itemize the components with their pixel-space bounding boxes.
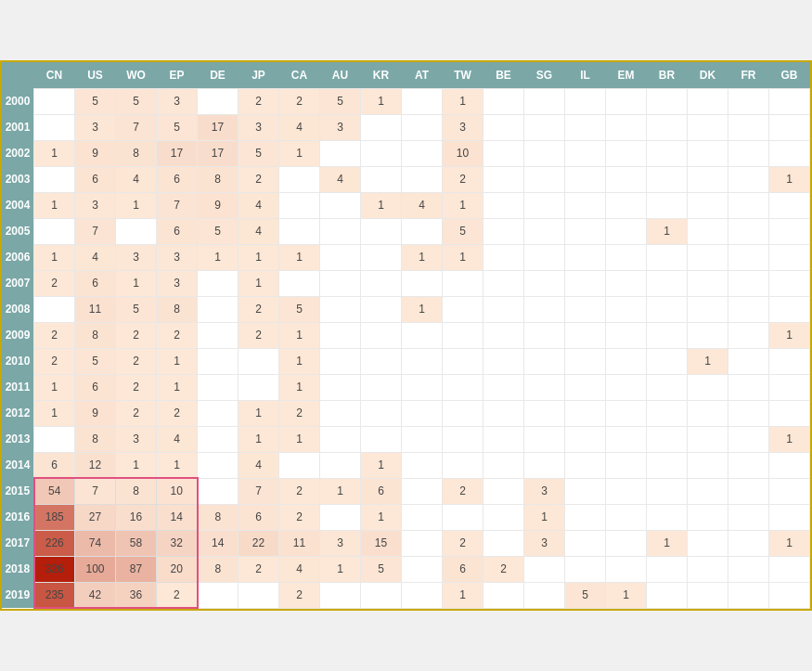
col-header-br: BR: [647, 62, 688, 88]
data-cell: [483, 504, 524, 530]
data-cell: 17: [198, 114, 238, 140]
col-header-cn: CN: [34, 62, 75, 88]
data-cell: [279, 218, 320, 244]
table-row: 201116211: [2, 374, 810, 400]
data-cell: [688, 296, 728, 322]
data-cell: [565, 88, 606, 114]
data-cell: [606, 374, 647, 400]
data-cell: [769, 504, 810, 530]
data-cell: [565, 374, 606, 400]
data-cell: [606, 348, 647, 374]
data-cell: 1: [279, 322, 320, 348]
data-cell: [524, 192, 565, 218]
data-cell: 1: [647, 530, 688, 556]
data-cell: [565, 270, 606, 296]
data-cell: 8: [198, 166, 238, 192]
data-cell: [198, 322, 238, 348]
data-cell: [320, 270, 361, 296]
data-cell: [728, 530, 769, 556]
data-cell: [769, 478, 810, 504]
data-cell: 4: [157, 426, 198, 452]
data-cell: [769, 114, 810, 140]
data-cell: [402, 556, 443, 582]
data-cell: 6: [75, 270, 116, 296]
data-cell: 1: [198, 244, 238, 270]
data-cell: [361, 348, 402, 374]
data-cell: 2: [238, 88, 279, 114]
data-cell: [565, 400, 606, 426]
data-cell: [402, 166, 443, 192]
data-cell: [565, 426, 606, 452]
data-cell: 3: [157, 244, 198, 270]
data-cell: [647, 426, 688, 452]
year-cell: 2005: [2, 218, 34, 244]
data-cell: [483, 478, 524, 504]
data-cell: 17: [198, 140, 238, 166]
col-header-ep: EP: [157, 62, 198, 88]
data-cell: 2: [279, 504, 320, 530]
data-cell: [279, 192, 320, 218]
data-cell: 1: [320, 556, 361, 582]
data-cell: 20: [157, 556, 198, 582]
data-cell: 1: [361, 88, 402, 114]
data-cell: [524, 88, 565, 114]
data-cell: [402, 478, 443, 504]
data-cell: [279, 270, 320, 296]
data-cell: [769, 192, 810, 218]
data-cell: 2: [157, 322, 198, 348]
data-cell: [443, 452, 483, 478]
data-cell: 2: [116, 400, 157, 426]
data-cell: [769, 270, 810, 296]
data-cell: [320, 582, 361, 608]
data-cell: [483, 582, 524, 608]
data-cell: [728, 400, 769, 426]
data-cell: 42: [75, 582, 116, 608]
data-cell: [688, 244, 728, 270]
year-cell: 2008: [2, 296, 34, 322]
data-cell: [483, 322, 524, 348]
data-cell: [606, 426, 647, 452]
data-cell: 4: [279, 114, 320, 140]
data-cell: 12: [75, 452, 116, 478]
table-row: 20081158251: [2, 296, 810, 322]
data-cell: [34, 114, 75, 140]
data-cell: 4: [116, 166, 157, 192]
data-cell: [728, 374, 769, 400]
year-column-header: [2, 62, 34, 88]
data-cell: [565, 478, 606, 504]
data-cell: 9: [75, 400, 116, 426]
col-header-au: AU: [320, 62, 361, 88]
data-cell: 326: [34, 556, 75, 582]
data-cell: [524, 114, 565, 140]
col-header-fr: FR: [728, 62, 769, 88]
data-cell: [524, 426, 565, 452]
data-cell: 3: [116, 244, 157, 270]
col-header-sg: SG: [524, 62, 565, 88]
data-cell: 1: [769, 166, 810, 192]
table-row: 200219817175110: [2, 140, 810, 166]
table-row: 201618527161486211: [2, 504, 810, 530]
data-cell: 5: [75, 348, 116, 374]
data-cell: [443, 504, 483, 530]
data-cell: [524, 348, 565, 374]
data-cell: 2: [116, 322, 157, 348]
data-cell: [688, 192, 728, 218]
data-cell: [361, 218, 402, 244]
data-cell: 6: [238, 504, 279, 530]
data-cell: [647, 140, 688, 166]
data-cell: 1: [361, 192, 402, 218]
data-cell: [688, 270, 728, 296]
data-cell: 87: [116, 556, 157, 582]
data-cell: [361, 270, 402, 296]
data-cell: 6: [157, 166, 198, 192]
data-cell: [483, 114, 524, 140]
data-cell: 3: [524, 530, 565, 556]
data-cell: [565, 504, 606, 530]
data-cell: [728, 504, 769, 530]
data-cell: [565, 296, 606, 322]
data-cell: [198, 88, 238, 114]
table-row: 2004131794141: [2, 192, 810, 218]
data-cell: 1: [647, 218, 688, 244]
data-cell: [402, 114, 443, 140]
data-cell: [688, 400, 728, 426]
